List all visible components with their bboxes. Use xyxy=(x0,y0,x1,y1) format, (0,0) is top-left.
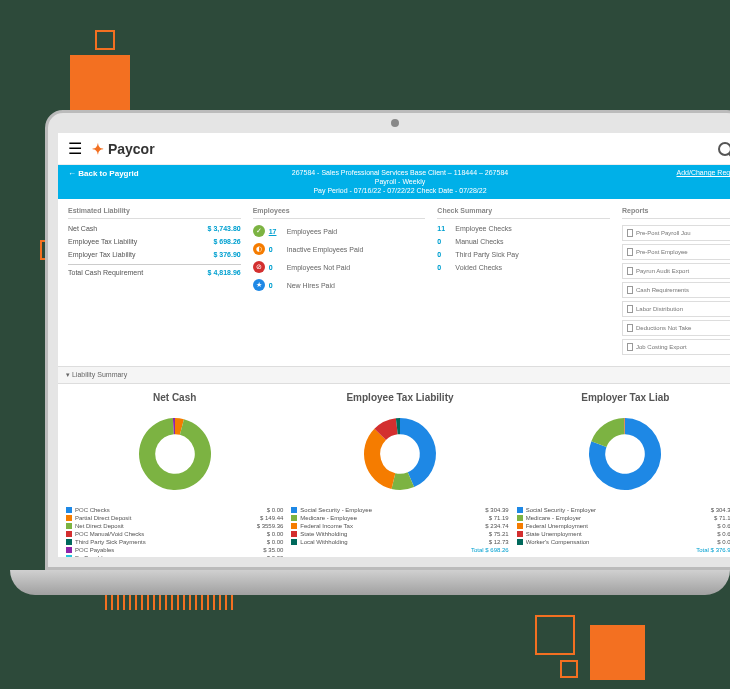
laptop-base xyxy=(10,570,730,595)
emp-checks-count: 11 xyxy=(437,225,451,232)
col-head-reports: Reports xyxy=(622,207,730,219)
legend-value: $ 0.66 xyxy=(717,531,730,537)
total-value: $ 4,818.96 xyxy=(208,269,241,276)
legend-label: State Unemployment xyxy=(526,531,718,537)
legend-label: Third Party Sick Payments xyxy=(75,539,267,545)
report-payrun-audit[interactable]: Payrun Audit Export xyxy=(622,263,730,279)
legend-value: $ 149.44 xyxy=(260,515,283,521)
legend-row: Local Withholding$ 12.73 xyxy=(291,539,508,545)
banner-period: Pay Period - 07/16/22 - 07/22/22 Check D… xyxy=(68,186,730,195)
legend-value: $ 12.73 xyxy=(489,539,509,545)
doc-icon xyxy=(627,286,633,294)
swatch-icon xyxy=(291,531,297,537)
doc-icon xyxy=(627,229,633,237)
emp-checks-label: Employee Checks xyxy=(455,225,511,232)
legend-label: Partial Direct Deposit xyxy=(75,515,260,521)
notpaid-count: 0 xyxy=(269,264,283,271)
legend-row: State Unemployment$ 0.66 xyxy=(517,531,730,537)
legend-row: POC Payables$ 35.00 xyxy=(66,547,283,553)
emp-tax-label: Employee Tax Liability xyxy=(68,238,137,245)
chart-title-emprtax: Employer Tax Liab xyxy=(517,392,730,403)
employees-paid-count[interactable]: 17 xyxy=(269,228,283,235)
report-deductions[interactable]: Deductions Not Take xyxy=(622,320,730,336)
doc-icon xyxy=(627,248,633,256)
legend-row: State Withholding$ 75.21 xyxy=(291,531,508,537)
summary-grid: Estimated Liability Net Cash$ 3,743.80 E… xyxy=(58,199,730,366)
deco-square-outline-1 xyxy=(95,30,115,50)
swatch-icon xyxy=(291,507,297,513)
camera-icon xyxy=(391,119,399,127)
swatch-icon xyxy=(517,515,523,521)
donut-netcash xyxy=(130,409,220,499)
swatch-icon xyxy=(66,539,72,545)
legend-emptax: Social Security - Employee$ 304.39Medica… xyxy=(291,507,508,553)
menu-icon[interactable]: ☰ xyxy=(68,139,82,158)
legend-row: E - Payables$ 0.00 xyxy=(66,555,283,557)
report-cash-req[interactable]: Cash Requirements xyxy=(622,282,730,298)
report-prepost-employee[interactable]: Pre-Post Employee xyxy=(622,244,730,260)
deco-square-fill-2 xyxy=(590,625,645,680)
legend-row: POC Manual/Void Checks$ 0.00 xyxy=(66,531,283,537)
newhire-icon: ★ xyxy=(253,279,265,291)
legend-emprtax: Social Security - Employer$ 304.39Medica… xyxy=(517,507,730,553)
void-count: 0 xyxy=(437,264,451,271)
charts-row: Net Cash POC Checks$ 0.00Partial Direct … xyxy=(58,384,730,557)
inactive-count: 0 xyxy=(269,246,283,253)
swatch-icon xyxy=(517,539,523,545)
swatch-icon xyxy=(291,523,297,529)
app-screen: ☰ ✦ Paycor ← Back to Paygrid 267584 - Sa… xyxy=(58,133,730,557)
legend-row: Worker's Compensation$ 0.00 xyxy=(517,539,730,545)
swatch-icon xyxy=(517,531,523,537)
empr-tax-label: Employer Tax Liability xyxy=(68,251,136,258)
deco-square-fill-1 xyxy=(70,55,130,115)
chart-emp-tax: Employee Tax Liability Social Security -… xyxy=(291,392,508,557)
emp-tax-value: $ 698.26 xyxy=(213,238,240,245)
legend-label: Local Withholding xyxy=(300,539,488,545)
swatch-icon xyxy=(291,515,297,521)
add-change-link[interactable]: Add/Change Reque xyxy=(677,169,731,176)
deco-square-outline-3 xyxy=(535,615,575,655)
report-labor-dist[interactable]: Labor Distribution xyxy=(622,301,730,317)
swatch-icon xyxy=(66,531,72,537)
manual-checks-label: Manual Checks xyxy=(455,238,503,245)
col-liability: Estimated Liability Net Cash$ 3,743.80 E… xyxy=(68,207,241,358)
legend-label: Medicare - Employer xyxy=(526,515,714,521)
legend-row: Medicare - Employee$ 71.19 xyxy=(291,515,508,521)
manual-checks-count: 0 xyxy=(437,238,451,245)
legend-label: Federal Income Tax xyxy=(300,523,485,529)
legend-total: Total $ 376.90 xyxy=(517,547,730,553)
doc-icon xyxy=(627,305,633,313)
doc-icon xyxy=(627,324,633,332)
report-prepost-journal[interactable]: Pre-Post Payroll Jou xyxy=(622,225,730,241)
banner-payroll: Payroll - Weekly xyxy=(68,177,730,186)
empr-tax-value: $ 376.90 xyxy=(213,251,240,258)
liability-summary-header[interactable]: ▾ Liability Summary xyxy=(58,366,730,384)
col-head-employees: Employees xyxy=(253,207,426,219)
col-reports: Reports Pre-Post Payroll Jou Pre-Post Em… xyxy=(622,207,730,358)
legend-label: Social Security - Employer xyxy=(526,507,711,513)
legend-row: Social Security - Employee$ 304.39 xyxy=(291,507,508,513)
report-job-costing[interactable]: Job Costing Export xyxy=(622,339,730,355)
inactive-label: Inactive Employees Paid xyxy=(287,246,364,253)
legend-value: $ 0.00 xyxy=(267,555,284,557)
legend-label: Social Security - Employee xyxy=(300,507,485,513)
legend-netcash: POC Checks$ 0.00Partial Direct Deposit$ … xyxy=(66,507,283,557)
context-banner: ← Back to Paygrid 267584 - Sales Profess… xyxy=(58,165,730,199)
legend-row: Third Party Sick Payments$ 0.00 xyxy=(66,539,283,545)
legend-label: E - Payables xyxy=(75,555,267,557)
doc-icon xyxy=(627,267,633,275)
search-icon[interactable] xyxy=(718,142,730,156)
notpaid-label: Employees Not Paid xyxy=(287,264,350,271)
net-cash-label: Net Cash xyxy=(68,225,97,232)
void-label: Voided Checks xyxy=(455,264,502,271)
legend-value: $ 0.00 xyxy=(267,539,284,545)
donut-emptax xyxy=(355,409,445,499)
laptop-frame: ☰ ✦ Paycor ← Back to Paygrid 267584 - Sa… xyxy=(45,110,730,570)
banner-client: 267584 - Sales Professional Services Bas… xyxy=(68,168,730,177)
legend-label: Medicare - Employee xyxy=(300,515,488,521)
check-icon: ✓ xyxy=(253,225,265,237)
app-logo: ✦ Paycor xyxy=(92,141,155,157)
legend-label: POC Manual/Void Checks xyxy=(75,531,267,537)
chart-net-cash: Net Cash POC Checks$ 0.00Partial Direct … xyxy=(66,392,283,557)
chart-empr-tax: Employer Tax Liab Social Security - Empl… xyxy=(517,392,730,557)
